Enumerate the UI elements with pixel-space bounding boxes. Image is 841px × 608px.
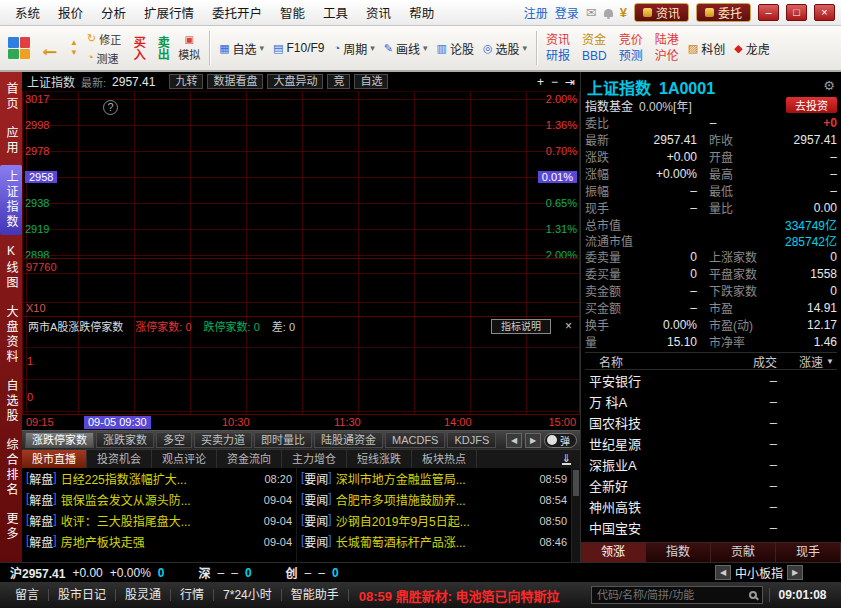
sidebar-item[interactable]: 上证指数 [0,165,22,235]
search-icon[interactable] [749,591,757,599]
mail-icon[interactable]: ✉ [586,6,597,19]
chart-header-button[interactable]: 竞 [327,74,350,89]
gear-icon[interactable]: ⚙ [823,78,835,93]
scrollbar-thumb[interactable] [573,470,579,496]
quick-link[interactable]: 沪伦 [655,50,679,62]
statusbar-link[interactable]: 股市日记 [49,589,116,601]
news-item[interactable]: [解盘] 日经225指数涨幅扩大... 08:20 [22,468,296,489]
simulate-button[interactable]: ▣模拟 [178,34,200,62]
statusbar-link[interactable]: 留言 [6,589,49,601]
chart-header-button[interactable]: 九转 [169,74,203,89]
stock-row[interactable]: 平安银行 – [585,370,837,391]
news-tab[interactable]: 投资机会 [87,450,152,468]
quick-link[interactable]: 研报 [546,50,570,62]
indicator-help-button[interactable]: 指标说明 [491,319,551,334]
news-ticker[interactable]: 08:59 鼎胜新材: 电池箔已向特斯拉 [349,586,591,605]
forum-button[interactable]: ▥论股 [436,40,473,57]
sidebar-item[interactable]: 首页 [0,77,22,117]
news-item[interactable]: [要闻] 长城葡萄酒标杆产品涨... 08:46 [297,531,571,552]
help-icon[interactable]: ? [103,100,118,115]
chart-header-button[interactable]: 大盘异动 [267,74,323,89]
dragon-tiger-button[interactable]: ◆龙虎 [734,40,769,57]
indicator-tab[interactable]: 多空 [156,432,192,448]
register-link[interactable]: 注册 [524,4,548,21]
indicator-tab[interactable]: 即时量比 [254,432,312,448]
shanghai-summary[interactable]: 沪2957.41 +0.00 +0.00% 0 [10,564,165,581]
news-tab[interactable]: 资金流向 [217,450,282,468]
zoom-out-icon[interactable]: − [551,75,558,89]
sort-icon[interactable]: ▼ [823,357,837,366]
bell-icon[interactable] [604,6,613,19]
chart-canvas[interactable]: ? 3017299829782958293829192898 2.00%1.36… [22,92,580,414]
stock-row[interactable]: 中国宝安 – [585,517,837,538]
tabs-prev-button[interactable]: ◀ [506,433,522,448]
index-switcher-label[interactable]: 中小板指 [735,564,783,581]
indicator-tab[interactable]: KDJFS [447,432,496,448]
panel-tab[interactable]: 现手 [776,543,841,562]
f10-button[interactable]: ▤F10/F9 [273,41,324,55]
column-speed[interactable]: 涨速 [777,353,823,370]
invest-button[interactable]: 去投资 [786,97,837,113]
period-button[interactable]: ◔周期▾ [334,40,375,57]
download-icon[interactable]: ⇓ [562,453,571,465]
minimize-button[interactable]: – [758,4,779,21]
stock-row[interactable]: 国农科技 – [585,412,837,433]
indicator-tab[interactable]: MACDFS [385,432,445,448]
quick-link[interactable]: BBD [582,50,607,62]
news-tab[interactable]: 板块热点 [412,450,477,468]
popup-toggle[interactable]: 弹 [544,433,577,448]
correct-button[interactable]: ↻修正 [87,31,121,47]
screener-button[interactable]: ◎选股▾ [483,40,527,57]
panel-tab[interactable]: 指数 [646,543,711,562]
apps-grid-icon[interactable] [8,37,30,59]
speedtest-button[interactable]: ◔测速 [87,50,121,66]
news-item[interactable]: [解盘] 房地产板块走强 09-04 [22,531,296,552]
menu-item[interactable]: 资讯 [357,3,400,22]
stock-row[interactable]: 神州高铁 – [585,496,837,517]
statusbar-link[interactable]: 智能助手 [282,589,349,601]
indicator-tab[interactable]: 陆股通资金 [314,432,383,448]
close-button[interactable]: × [814,4,835,21]
sidebar-item[interactable]: 自选股 [0,374,22,429]
search-input[interactable] [597,589,744,601]
menu-item[interactable]: 系统 [6,3,49,22]
panel-tab[interactable]: 贡献 [711,543,776,562]
news-item[interactable]: [要闻] 沙钢自2019年9月5日起... 08:50 [297,510,571,531]
jump-latest-icon[interactable]: ⇥ [565,75,575,89]
statusbar-link[interactable]: 行情 [171,589,214,601]
sidebar-item[interactable]: 综合排名 [0,433,22,503]
money-icon[interactable]: ¥ [620,6,627,19]
chinext-summary[interactable]: 创 – – 0 [286,564,339,581]
quick-link[interactable]: 竞价 [619,34,643,46]
chart-header-button[interactable]: 自选 [354,74,388,89]
quick-link[interactable]: 预测 [619,50,643,62]
up-arrow-icon[interactable]: ▲ [70,39,78,47]
news-item[interactable]: [要闻] 深圳市地方金融监管局... 08:59 [297,468,571,489]
news-tab[interactable]: 短线涨跌 [347,450,412,468]
draw-button[interactable]: ✎画线▾ [384,40,428,57]
menu-item[interactable]: 分析 [92,3,135,22]
menu-item[interactable]: 工具 [314,3,357,22]
column-name[interactable]: 名称 [585,353,705,370]
menu-item[interactable]: 报价 [49,3,92,22]
maximize-button[interactable]: □ [786,4,807,21]
indicator-tab[interactable]: 买卖力道 [194,432,252,448]
chart-header-button[interactable]: 数据看盘 [207,74,263,89]
news-scrollbar[interactable] [571,468,580,562]
stock-row[interactable]: 全新好 – [585,475,837,496]
sidebar-item[interactable]: 更多 [0,507,22,547]
news-item[interactable]: [解盘] 收评：三大股指尾盘大... 09-04 [22,510,296,531]
quick-link[interactable]: 资金 [582,34,607,46]
zoom-in-icon[interactable]: + [537,75,544,89]
down-arrow-icon[interactable]: ▼ [70,49,78,57]
quick-link[interactable]: 资讯 [546,34,570,46]
news-quick-button[interactable]: 资讯 [634,3,689,22]
menu-item[interactable]: 扩展行情 [135,3,203,22]
indicator-tab[interactable]: 涨跌家数 [96,432,154,448]
news-item[interactable]: [要闻] 合肥市多项措施鼓励养... 08:54 [297,489,571,510]
indicator-close-icon[interactable]: × [563,319,574,333]
menu-item[interactable]: 委托开户 [203,3,271,22]
index-prev-button[interactable]: ◀ [715,565,731,580]
watchlist-button[interactable]: ▦自选▾ [219,40,264,57]
star-market-button[interactable]: ▨科创 [688,40,725,57]
